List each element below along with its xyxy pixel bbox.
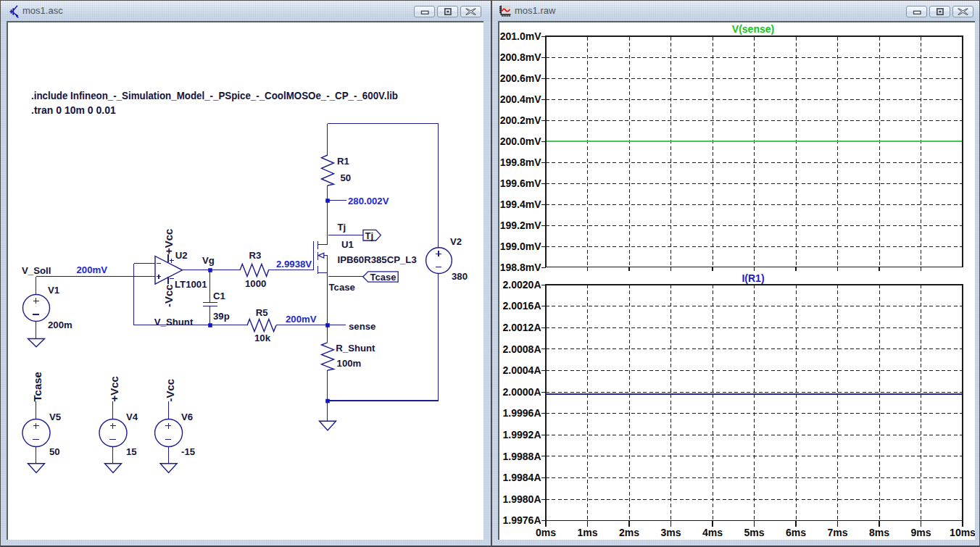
svg-text:280.002V: 280.002V	[348, 196, 389, 206]
svg-text:V2: V2	[450, 236, 462, 247]
svg-text:2.0008A: 2.0008A	[503, 343, 541, 355]
svg-text:9ms: 9ms	[910, 527, 931, 538]
svg-text:5ms: 5ms	[744, 527, 764, 538]
svg-text:201.0mV: 201.0mV	[500, 30, 541, 42]
svg-text:3ms: 3ms	[660, 527, 681, 538]
svg-text:7ms: 7ms	[827, 527, 847, 538]
svg-text:8ms: 8ms	[869, 527, 889, 538]
svg-text:100m: 100m	[337, 358, 362, 369]
svg-text:2.9938V: 2.9938V	[276, 259, 312, 270]
svg-text:Vg: Vg	[202, 255, 215, 266]
svg-text:.include Infineon_-_Simulation: .include Infineon_-_Simulation_Model_-_P…	[31, 90, 398, 101]
svg-text:V6: V6	[181, 412, 193, 422]
svg-text:2.0020A: 2.0020A	[503, 279, 541, 291]
svg-text:15: 15	[126, 446, 137, 457]
svg-text:V_Soll: V_Soll	[22, 265, 51, 276]
svg-text:199.6mV: 199.6mV	[500, 178, 541, 189]
svg-text:Tj: Tj	[365, 230, 374, 241]
svg-text:199.4mV: 199.4mV	[500, 199, 541, 210]
svg-text:199.0mV: 199.0mV	[500, 241, 541, 252]
svg-text:39p: 39p	[213, 311, 230, 322]
svg-text:+Vcc: +Vcc	[108, 376, 120, 401]
svg-text:1000: 1000	[245, 278, 266, 289]
svg-text:0ms: 0ms	[536, 527, 556, 538]
svg-text:U1: U1	[341, 239, 354, 250]
svg-text:1.9976A: 1.9976A	[503, 514, 541, 526]
svg-text:1.9984A: 1.9984A	[503, 472, 541, 483]
svg-text:199.2mV: 199.2mV	[500, 220, 541, 231]
svg-text:2.0000A: 2.0000A	[503, 386, 541, 398]
svg-text:50: 50	[341, 172, 352, 183]
svg-text:200.6mV: 200.6mV	[500, 72, 541, 84]
svg-text:Tj: Tj	[338, 222, 346, 233]
svg-text:-Vcc: -Vcc	[162, 284, 175, 307]
svg-text:IPB60R385CP_L3: IPB60R385CP_L3	[338, 254, 417, 265]
svg-text:Tcase: Tcase	[329, 282, 355, 293]
svg-text:200mV: 200mV	[77, 264, 108, 275]
svg-text:LT1001: LT1001	[175, 279, 207, 290]
svg-text:+Vcc: +Vcc	[162, 229, 175, 254]
svg-text:R1: R1	[337, 156, 349, 167]
svg-text:V1: V1	[48, 285, 59, 296]
svg-text:6ms: 6ms	[786, 527, 806, 538]
svg-text:1ms: 1ms	[577, 527, 597, 538]
svg-text:200.4mV: 200.4mV	[500, 93, 541, 105]
svg-text:R3: R3	[249, 250, 262, 261]
svg-text:1.9988A: 1.9988A	[503, 451, 541, 462]
svg-text:C1: C1	[213, 291, 225, 301]
svg-text:sense: sense	[349, 321, 375, 332]
svg-text:10ms: 10ms	[950, 527, 975, 538]
svg-text:1.9992A: 1.9992A	[503, 429, 541, 440]
svg-text:-15: -15	[181, 446, 195, 457]
svg-text:2.0016A: 2.0016A	[503, 300, 541, 312]
svg-text:50: 50	[49, 446, 60, 457]
svg-text:Tcase: Tcase	[31, 372, 43, 401]
svg-text:200m: 200m	[48, 320, 72, 330]
svg-text:200mV: 200mV	[286, 314, 317, 325]
svg-text:R_Shunt: R_Shunt	[336, 343, 375, 354]
svg-text:V4: V4	[126, 412, 138, 422]
svg-text:10k: 10k	[254, 333, 271, 343]
svg-text:198.8mV: 198.8mV	[500, 262, 541, 273]
svg-text:U2: U2	[175, 250, 188, 261]
svg-text:200.0mV: 200.0mV	[500, 135, 541, 147]
svg-text:Tcase: Tcase	[370, 272, 396, 283]
svg-text:4ms: 4ms	[702, 527, 723, 538]
svg-text:1.9996A: 1.9996A	[503, 407, 541, 419]
svg-text:R5: R5	[256, 307, 268, 318]
svg-text:200.8mV: 200.8mV	[500, 51, 541, 63]
svg-text:2.0012A: 2.0012A	[503, 322, 541, 333]
svg-text:2.0004A: 2.0004A	[503, 364, 541, 376]
svg-text:-Vcc: -Vcc	[164, 379, 176, 402]
svg-text:.tran 0 10m 0 0.01: .tran 0 10m 0 0.01	[31, 104, 116, 116]
svg-text:200.2mV: 200.2mV	[500, 114, 541, 126]
svg-text:V_Shunt: V_Shunt	[154, 317, 194, 327]
svg-text:I(R1): I(R1)	[742, 272, 764, 284]
svg-text:1.9980A: 1.9980A	[503, 493, 541, 505]
svg-text:V(sense): V(sense)	[732, 23, 774, 35]
svg-text:V5: V5	[49, 412, 61, 422]
svg-text:199.8mV: 199.8mV	[500, 156, 541, 168]
svg-text:2ms: 2ms	[619, 527, 639, 538]
svg-text:380: 380	[452, 271, 468, 282]
